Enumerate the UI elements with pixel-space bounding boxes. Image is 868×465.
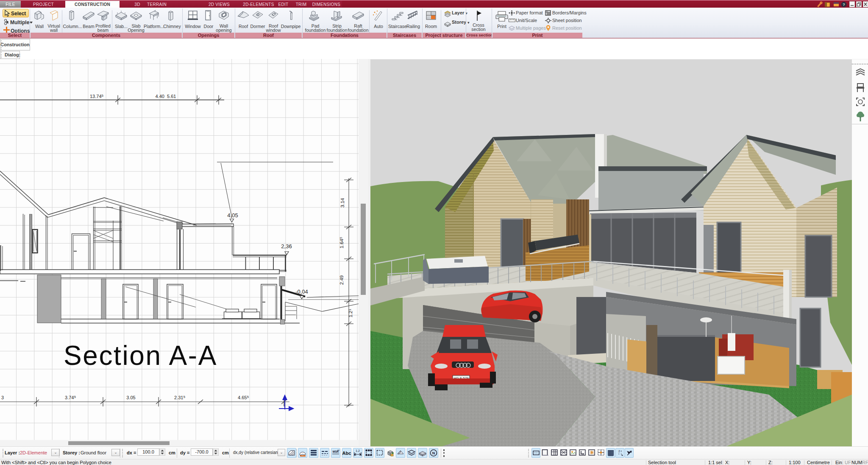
svg-text:N: N bbox=[432, 451, 435, 455]
svg-text:MSR: MSR bbox=[333, 450, 339, 453]
svg-text:Section A-A: Section A-A bbox=[64, 340, 217, 371]
svg-text:3.14: 3.14 bbox=[340, 198, 345, 207]
svg-text:Abc: Abc bbox=[342, 451, 351, 456]
svg-text:-0,04: -0,04 bbox=[295, 289, 308, 295]
svg-text:?: ? bbox=[843, 3, 845, 7]
svg-text:3: 3 bbox=[1, 395, 4, 400]
svg-text:1.2: 1.2 bbox=[356, 449, 360, 452]
svg-text:4.40 5.61: 4.40 5.61 bbox=[156, 94, 176, 99]
svg-text:4,05: 4,05 bbox=[227, 212, 238, 218]
svg-text:3.05: 3.05 bbox=[126, 395, 135, 400]
svg-text:2.49: 2.49 bbox=[339, 275, 344, 285]
svg-text:2,36: 2,36 bbox=[281, 243, 292, 249]
